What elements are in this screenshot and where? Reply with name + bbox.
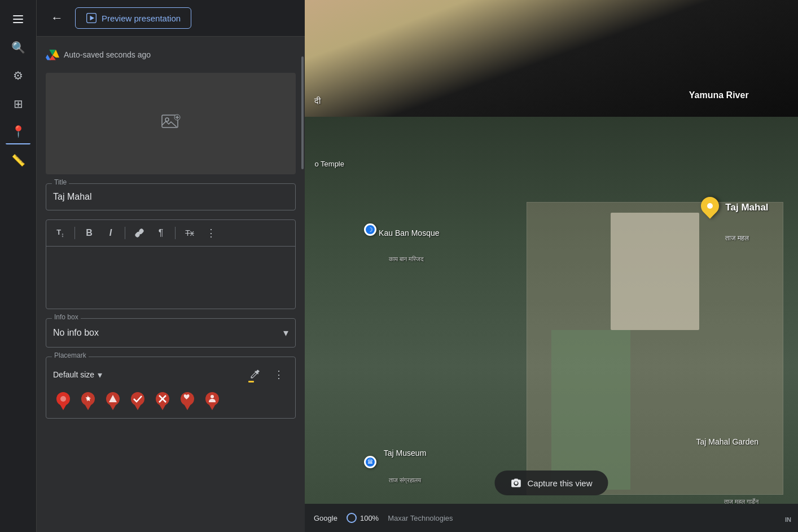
title-field-container: Title	[46, 183, 296, 210]
layers-icon: ⊞	[14, 97, 23, 111]
info-box-field: Info box No info box ▾	[46, 318, 296, 348]
paragraph-button[interactable]: ¶	[151, 223, 170, 243]
clear-format-button[interactable]: Tx	[180, 223, 199, 243]
placemark-button[interactable]: 📍	[6, 120, 30, 144]
svg-marker-11	[84, 402, 93, 410]
placemark-more-button[interactable]: ⋮	[269, 365, 288, 384]
italic-button[interactable]: I	[101, 223, 120, 243]
title-input[interactable]	[46, 184, 295, 210]
satellite-map[interactable]: Yamuna River दी o Temple Taj Mahal ताज म…	[305, 0, 798, 532]
google-drive-icon	[46, 48, 59, 61]
info-box-label: Info box	[52, 313, 81, 321]
placemark-icon-red-x[interactable]	[152, 391, 173, 411]
ruler-button[interactable]: 📏	[6, 148, 30, 173]
maxar-label: Maxar Technologies	[388, 514, 453, 522]
link-icon	[134, 228, 144, 238]
panel-content: Auto-saved seconds ago Title	[37, 37, 305, 428]
title-label: Title	[52, 178, 69, 186]
icon-bar: 🔍 ⚙ ⊞ 📍 📏	[0, 0, 37, 532]
svg-marker-20	[158, 402, 167, 410]
ruler-icon: 📏	[11, 153, 25, 167]
size-chevron-icon: ▾	[98, 370, 102, 380]
size-select[interactable]: Default size ▾	[53, 370, 102, 380]
text-size-button[interactable]: T↕	[51, 223, 70, 243]
color-bucket-icon	[249, 368, 261, 381]
svg-point-27	[211, 395, 214, 398]
placemark-icons-row: ★	[53, 391, 288, 411]
placemark-top-row: Default size ▾ ⋮	[53, 365, 288, 384]
taj-museum-marker[interactable]: 🏛	[364, 456, 376, 468]
placemark-icon-red-heart[interactable]	[177, 391, 198, 411]
in-badge: IN	[785, 516, 791, 523]
google-label: Google	[314, 514, 337, 522]
paragraph-icon: ¶	[159, 228, 164, 238]
svg-text:★: ★	[86, 396, 91, 402]
svg-marker-8	[59, 402, 68, 410]
svg-marker-15	[108, 402, 117, 410]
bold-icon: B	[86, 228, 93, 238]
placemark-top-actions: ⋮	[245, 365, 288, 384]
add-image-icon	[161, 112, 181, 136]
placemark-icon-red-check[interactable]	[128, 391, 148, 411]
side-panel: ← Preview presentation Auto-saved second…	[37, 0, 305, 532]
placemark-icon-red-person[interactable]	[202, 391, 222, 411]
capture-view-button[interactable]: Capture this view	[494, 471, 608, 495]
chevron-down-icon: ▾	[283, 327, 288, 339]
placemark-label: Placemark	[52, 351, 89, 359]
hamburger-button[interactable]	[6, 7, 30, 32]
camera-icon	[510, 477, 521, 489]
link-button[interactable]	[130, 223, 149, 243]
settings-button[interactable]: ⚙	[6, 63, 30, 88]
italic-icon: I	[109, 228, 112, 238]
autosave-row: Auto-saved seconds ago	[46, 46, 296, 64]
rte-divider-2	[125, 227, 125, 239]
more-vertical-icon: ⋮	[274, 368, 284, 381]
map-area: Yamuna River दी o Temple Taj Mahal ताज म…	[305, 0, 798, 532]
svg-marker-1	[90, 16, 95, 20]
zoom-circle-icon	[347, 513, 357, 523]
hamburger-icon	[13, 15, 23, 23]
rte-container: T↕ B I ¶	[46, 219, 296, 309]
bold-button[interactable]: B	[80, 223, 99, 243]
back-button[interactable]: ←	[46, 7, 68, 29]
zoom-indicator: 100%	[347, 513, 379, 523]
placemark-icon-red-star[interactable]: ★	[78, 391, 98, 411]
image-placeholder[interactable]	[46, 73, 296, 174]
color-bucket-button[interactable]	[245, 365, 265, 384]
search-icon: 🔍	[11, 41, 25, 54]
autosave-text: Auto-saved seconds ago	[64, 50, 151, 59]
rte-body[interactable]	[46, 247, 295, 309]
svg-point-9	[60, 396, 66, 402]
scroll-indicator	[301, 56, 304, 169]
svg-marker-26	[208, 402, 217, 410]
search-button[interactable]: 🔍	[6, 35, 30, 60]
play-icon	[86, 12, 97, 24]
more-icon: ⋮	[206, 227, 216, 239]
placemark-icon-red-triangle[interactable]	[103, 391, 123, 411]
gear-icon: ⚙	[13, 69, 23, 82]
info-box-select[interactable]: No info box ▾	[46, 319, 295, 347]
map-bottom-bar: Google 100% Maxar Technologies IN	[305, 504, 798, 532]
preview-label: Preview presentation	[102, 14, 181, 23]
more-options-button[interactable]: ⋮	[201, 223, 221, 243]
back-arrow-icon: ←	[51, 11, 63, 25]
size-label: Default size	[53, 370, 94, 379]
taj-mahal-marker[interactable]	[701, 197, 719, 221]
placemark-icon: 📍	[11, 125, 25, 138]
top-bar: ← Preview presentation	[37, 0, 305, 37]
info-box-value: No info box	[53, 328, 99, 338]
rte-divider-3	[175, 227, 176, 239]
preview-presentation-button[interactable]: Preview presentation	[75, 7, 191, 29]
svg-marker-24	[183, 402, 192, 410]
svg-marker-18	[133, 402, 142, 410]
layers-button[interactable]: ⊞	[6, 91, 30, 116]
kau-ban-marker[interactable]: ☽	[364, 223, 376, 236]
placemark-section: Placemark Default size ▾	[46, 357, 296, 419]
placemark-icon-red-pin[interactable]	[53, 391, 73, 411]
text-size-icon: T↕	[56, 228, 64, 238]
zoom-percent: 100%	[360, 514, 379, 522]
capture-label: Capture this view	[527, 478, 592, 488]
rte-divider-1	[74, 227, 75, 239]
clear-format-icon: Tx	[185, 228, 194, 238]
rte-toolbar: T↕ B I ¶	[46, 220, 295, 247]
